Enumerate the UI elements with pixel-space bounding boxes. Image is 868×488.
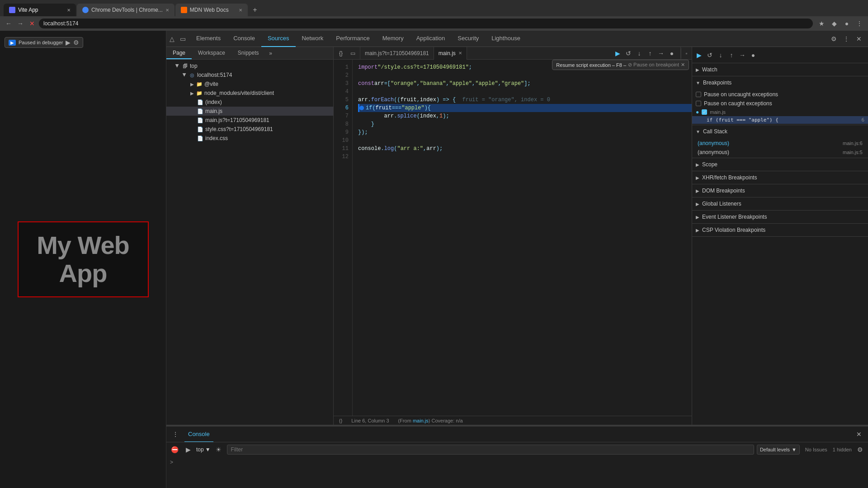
deactivate-breakpoints-button[interactable]: ● xyxy=(667,48,677,58)
rp-resume-button[interactable]: ▶ xyxy=(694,50,704,60)
bp-checkbox-0[interactable]: ✓ xyxy=(702,109,707,115)
console-more-icon[interactable]: ⋮ xyxy=(170,429,181,440)
resume-button[interactable]: ▶ xyxy=(613,48,623,58)
global-listeners-header[interactable]: ▶ Global Listeners xyxy=(692,197,868,210)
status-file-link[interactable]: main.js xyxy=(413,418,429,423)
tree-item-vite[interactable]: ▶ 📁 @vite xyxy=(166,80,333,89)
xhr-breakpoints-header[interactable]: ▶ XHR/fetch Breakpoints xyxy=(692,171,868,184)
tooltip-close-icon[interactable]: ✕ xyxy=(681,62,685,68)
tree-item-node-modules[interactable]: ▶ 📁 node_modules/vite/dist/client xyxy=(166,89,333,98)
console-clear-icon[interactable]: ⛔ xyxy=(169,444,180,455)
forward-button[interactable]: → xyxy=(15,19,25,28)
console-eye-icon[interactable]: ☀ xyxy=(213,444,224,455)
inspector-icon[interactable]: △ xyxy=(166,33,177,44)
back-button[interactable]: ← xyxy=(4,19,14,28)
profile-icon[interactable]: ● xyxy=(842,19,852,28)
tab-console[interactable]: Console xyxy=(227,31,261,47)
code-lines[interactable]: import "/style.css?t=1710504969181"; con… xyxy=(353,60,692,416)
console-tab-label[interactable]: Console xyxy=(184,426,213,442)
tab-network[interactable]: Network xyxy=(296,31,330,47)
tab-close-chrome[interactable]: ✕ xyxy=(165,8,169,13)
tree-item-index[interactable]: 📄 (index) xyxy=(166,98,333,107)
code-line-8: } xyxy=(358,120,692,128)
scope-arrow: ▶ xyxy=(696,162,699,167)
console-panel: ⋮ Console ✕ ⛔ ▶ top ▼ ☀ Defa xyxy=(166,425,868,488)
sub-tab-page[interactable]: Page xyxy=(166,47,192,59)
watch-header[interactable]: ▶ Watch xyxy=(692,63,868,76)
tree-item-top[interactable]: ▶ 🗐 top xyxy=(166,61,333,70)
editor-sync-icon[interactable]: {} xyxy=(335,48,346,59)
bookmark-icon[interactable]: ★ xyxy=(816,19,826,28)
tab-lighthouse[interactable]: Lighthouse xyxy=(485,31,527,47)
tree-item-style-css[interactable]: 📄 style.css?t=1710504969181 xyxy=(166,125,333,134)
tab-mdn[interactable]: MDN Web Docs ✕ xyxy=(175,4,248,16)
console-top-selector[interactable]: top ▼ xyxy=(196,446,211,453)
pretty-print-icon[interactable]: ▫ xyxy=(681,48,692,59)
ln-12: 12 xyxy=(334,153,349,161)
tab-security[interactable]: Security xyxy=(451,31,485,47)
rp-step-button[interactable]: → xyxy=(737,50,747,60)
rp-deactivate-button[interactable]: ● xyxy=(748,50,758,60)
tab-chrome-devtools[interactable]: Chrome DevTools | Chrome... ✕ xyxy=(77,4,175,16)
scope-header[interactable]: ▶ Scope xyxy=(692,158,868,171)
console-filter-icon[interactable]: ▶ xyxy=(183,444,193,455)
tree-label-main-js: main.js xyxy=(205,108,222,114)
pause-settings-icon[interactable]: ⚙ xyxy=(73,39,79,46)
console-levels-selector[interactable]: Default levels ▼ xyxy=(757,445,800,455)
step-out-button[interactable]: ↑ xyxy=(645,48,655,58)
tab-performance[interactable]: Performance xyxy=(330,31,376,47)
reload-button[interactable]: ✕ xyxy=(27,19,37,28)
menu-icon[interactable]: ⋮ xyxy=(854,19,864,28)
editor-tab-close[interactable]: ✕ xyxy=(458,51,462,56)
csp-section: ▶ CSP Violation Breakpoints xyxy=(692,224,868,237)
new-tab-button[interactable]: + xyxy=(249,4,261,16)
tab-close-vite[interactable]: ✕ xyxy=(67,8,71,13)
device-icon[interactable]: ▭ xyxy=(177,33,188,44)
rp-step-over-button[interactable]: ↺ xyxy=(705,50,715,60)
tab-close-mdn[interactable]: ✕ xyxy=(239,8,242,13)
code-line-3: const arr = ["orange", "banana", "apple"… xyxy=(358,80,692,88)
console-prompt-arrow: > xyxy=(170,459,173,465)
editor-format-icon[interactable]: ▭ xyxy=(347,48,358,59)
code-line-4 xyxy=(358,88,692,96)
dom-breakpoints-header[interactable]: ▶ DOM Breakpoints xyxy=(692,184,868,197)
editor-tab-main-js[interactable]: main.js ✕ xyxy=(434,47,467,60)
pause-caught-checkbox[interactable] xyxy=(696,101,701,106)
tab-application[interactable]: Application xyxy=(410,31,452,47)
call-stack-header[interactable]: ▼ Call Stack xyxy=(692,125,868,138)
csp-header[interactable]: ▶ CSP Violation Breakpoints xyxy=(692,224,868,236)
event-listener-header[interactable]: ▶ Event Listener Breakpoints xyxy=(692,211,868,223)
tab-vite-app[interactable]: Vite App ✕ xyxy=(4,4,76,16)
extensions-icon[interactable]: ◆ xyxy=(829,19,839,28)
tab-memory[interactable]: Memory xyxy=(376,31,410,47)
sub-tab-more[interactable]: » xyxy=(265,47,276,59)
address-bar[interactable]: localhost:5174 xyxy=(39,19,813,28)
sub-tab-snippets[interactable]: Snippets xyxy=(231,47,265,59)
close-console-icon[interactable]: ✕ xyxy=(854,429,864,440)
more-menu-icon[interactable]: ⋮ xyxy=(841,33,852,44)
nav-bar: ← → ✕ localhost:5174 ★ ◆ ● ⋮ xyxy=(0,16,868,31)
tree-item-localhost[interactable]: ▶ ◎ localhost:5174 xyxy=(166,70,333,80)
tab-sources[interactable]: Sources xyxy=(261,31,296,47)
step-over-button[interactable]: ↺ xyxy=(623,48,633,58)
tree-label-top: top xyxy=(190,63,198,69)
console-filter-input[interactable] xyxy=(227,445,754,455)
close-devtools-icon[interactable]: ✕ xyxy=(854,33,864,44)
pause-uncaught-checkbox[interactable] xyxy=(696,92,701,97)
step-into-button[interactable]: ↓ xyxy=(634,48,644,58)
rp-step-out-button[interactable]: ↑ xyxy=(726,50,736,60)
call-stack-item-1[interactable]: (anonymous) main.js:5 xyxy=(692,148,868,157)
breakpoints-header[interactable]: ▼ Breakpoints xyxy=(692,76,868,89)
call-stack-item-0[interactable]: (anonymous) main.js:6 xyxy=(692,139,868,148)
console-settings-icon[interactable]: ⚙ xyxy=(854,444,865,455)
step-button[interactable]: → xyxy=(656,48,666,58)
settings-icon[interactable]: ⚙ xyxy=(828,33,839,44)
tree-item-main-js[interactable]: 📄 main.js xyxy=(166,107,333,116)
dom-breakpoints-section: ▶ DOM Breakpoints xyxy=(692,184,868,197)
sub-tab-workspace[interactable]: Workspace xyxy=(192,47,231,59)
tab-elements[interactable]: Elements xyxy=(190,31,227,47)
editor-tab-main-js-t[interactable]: main.js?t=1710504969181 xyxy=(360,47,434,60)
tree-item-index-css[interactable]: 📄 index.css xyxy=(166,134,333,143)
tree-item-main-js-t[interactable]: 📄 main.js?t=1710504969181 xyxy=(166,116,333,125)
rp-step-into-button[interactable]: ↓ xyxy=(716,50,726,60)
